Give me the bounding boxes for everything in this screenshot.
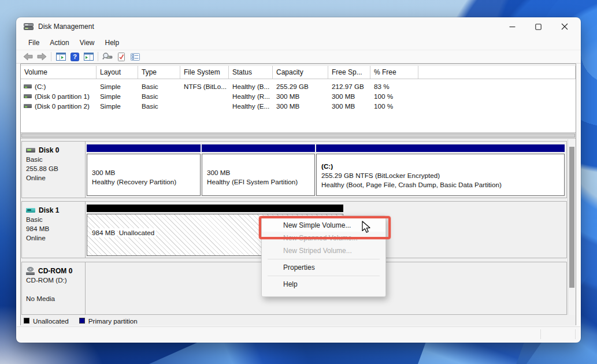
partition-status: Healthy (Boot, Page File, Crash Dump, Ba… — [321, 180, 564, 190]
horizontal-scrollbar-thumb[interactable] — [21, 133, 575, 138]
volume-row-partition1[interactable]: (Disk 0 partition 1) Simple Basic Health… — [21, 91, 576, 101]
volume-name: (C:) — [35, 83, 46, 90]
primary-partition-bar — [202, 144, 315, 152]
primary-partition-bar — [87, 144, 201, 152]
close-icon — [561, 23, 568, 30]
disk-size: 984 MB — [26, 224, 85, 233]
primary-partition-bar — [316, 144, 565, 152]
volume-capacity: 300 MB — [273, 102, 328, 110]
column-header-capacity[interactable]: Capacity — [273, 66, 328, 79]
volume-capacity: 255.29 GB — [273, 83, 328, 90]
menu-item-help[interactable]: Help — [262, 278, 385, 291]
volume-name: (Disk 0 partition 1) — [35, 92, 90, 100]
volume-type: Basic — [138, 83, 180, 90]
horizontal-scrollbar[interactable] — [21, 132, 576, 139]
volume-layout: Simple — [97, 102, 138, 110]
column-header-free-space[interactable]: Free Sp... — [328, 66, 370, 79]
menu-item-new-spanned-volume: New Spanned Volume... — [262, 232, 385, 244]
rescan-disks-button[interactable] — [101, 51, 114, 63]
toolbar: ? — [16, 50, 581, 64]
menu-help[interactable]: Help — [100, 37, 125, 49]
show-console-tree-button[interactable] — [54, 51, 68, 63]
partition-efi[interactable]: 300 MB Healthy (EFI System Partition) — [202, 144, 315, 196]
forward-button[interactable] — [35, 51, 49, 63]
legend-bar: Unallocated Primary partition — [21, 315, 576, 326]
disk-name: Disk 1 — [39, 206, 59, 214]
unallocated-status: Unallocated — [119, 228, 157, 237]
menu-file[interactable]: File — [23, 37, 45, 49]
disk-management-app-icon — [24, 23, 34, 31]
action-pane-icon — [84, 53, 94, 61]
disk1-label-panel[interactable]: Disk 1 Basic 984 MB Online — [22, 202, 86, 258]
column-header-volume[interactable]: Volume — [21, 66, 97, 79]
hard-disk-icon — [26, 148, 35, 153]
volume-row-partition2[interactable]: (Disk 0 partition 2) Simple Basic Health… — [21, 101, 576, 111]
volume-layout: Simple — [97, 92, 138, 100]
volume-layout: Simple — [97, 83, 138, 90]
menu-view[interactable]: View — [75, 37, 100, 49]
column-header-filler — [418, 66, 576, 79]
help-button[interactable]: ? — [68, 51, 81, 63]
status-bar — [17, 326, 580, 341]
title-bar[interactable]: Disk Management — [16, 17, 581, 36]
column-header-type[interactable]: Type — [138, 66, 180, 79]
menu-item-properties[interactable]: Properties — [262, 261, 385, 274]
show-action-pane-button[interactable] — [81, 51, 95, 63]
rescan-disks-icon — [102, 53, 113, 61]
maximize-button[interactable] — [525, 17, 551, 36]
toolbar-separator — [98, 52, 98, 61]
column-header-layout[interactable]: Layout — [97, 66, 138, 79]
toolbar-separator — [51, 52, 51, 61]
vertical-scrollbar[interactable] — [568, 139, 576, 315]
partition-title: (C:) — [321, 162, 564, 171]
volume-file-system: NTFS (BitLo... — [180, 83, 229, 90]
minimize-button[interactable] — [499, 17, 525, 36]
partition-c[interactable]: (C:) 255.29 GB NTFS (BitLocker Encrypted… — [316, 144, 565, 196]
menu-action[interactable]: Action — [45, 37, 74, 49]
column-header-status[interactable]: Status — [229, 66, 273, 79]
column-header-pct-free[interactable]: % Free — [370, 66, 418, 79]
unallocated-swatch — [24, 318, 29, 324]
volume-row-c[interactable]: (C:) Simple Basic NTFS (BitLo... Healthy… — [21, 81, 576, 91]
partition-status: Healthy (Recovery Partition) — [92, 177, 200, 187]
close-button[interactable] — [551, 17, 577, 36]
disk-name: Disk 0 — [39, 146, 59, 154]
legend-primary-label: Primary partition — [88, 317, 138, 325]
volume-pct-free: 100 % — [370, 92, 418, 100]
menu-separator — [268, 259, 380, 259]
check-document-icon — [117, 53, 125, 61]
volume-type: Basic — [138, 102, 180, 110]
volume-icon — [24, 104, 32, 108]
vertical-scrollbar-thumb[interactable] — [569, 147, 574, 288]
volume-type: Basic — [138, 92, 180, 100]
window-title: Disk Management — [38, 23, 94, 31]
cdrom-icon — [26, 267, 35, 276]
back-arrow-icon — [23, 53, 33, 61]
maximize-icon — [535, 24, 542, 30]
volume-capacity: 300 MB — [273, 92, 328, 100]
back-button[interactable] — [21, 51, 35, 63]
volume-free-space: 300 MB — [328, 92, 370, 100]
disk-kind: CD-ROM (D:) — [26, 276, 85, 285]
column-header-file-system[interactable]: File System — [180, 66, 229, 79]
volume-pct-free: 83 % — [370, 83, 418, 90]
volume-status: Healthy (B... — [229, 83, 273, 90]
cdrom-label-panel[interactable]: CD-ROM 0 CD-ROM (D:) No Media — [22, 262, 86, 314]
menu-bar: File Action View Help — [16, 36, 581, 50]
volume-icon — [24, 84, 32, 88]
status-bar-divider — [575, 329, 576, 339]
volume-status: Healthy (R... — [229, 92, 273, 100]
disk-state: Online — [26, 233, 85, 243]
mouse-cursor — [361, 221, 373, 233]
svg-text:?: ? — [73, 53, 77, 60]
partition-size: 300 MB — [92, 168, 200, 177]
disk0-label-panel[interactable]: Disk 0 Basic 255.88 GB Online — [22, 142, 86, 198]
partition-recovery[interactable]: 300 MB Healthy (Recovery Partition) — [87, 144, 201, 196]
volume-free-space: 212.97 GB — [328, 83, 370, 90]
disk-size: 255.88 GB — [26, 164, 85, 173]
list-view-button[interactable] — [128, 51, 142, 63]
disk-kind: Basic — [26, 155, 85, 164]
checklist-icon — [131, 53, 140, 61]
volume-list-pane: Volume Layout Type File System Status Ca… — [21, 64, 576, 132]
check-disk-button[interactable] — [114, 51, 128, 63]
